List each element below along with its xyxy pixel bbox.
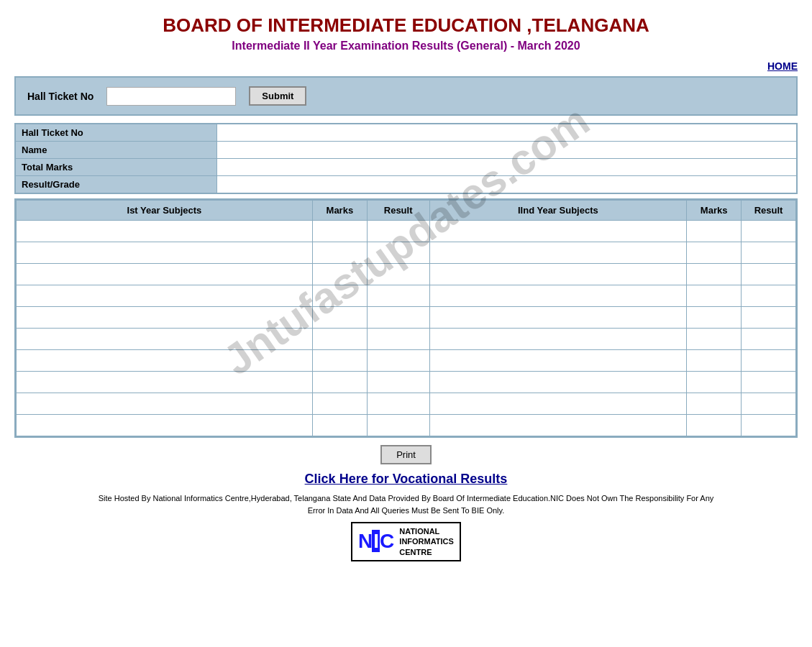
info-row-totalmarks: Total Marks [15,159,797,176]
print-section: Print [14,445,798,464]
result2-cell [742,264,796,285]
result2-cell [742,329,796,350]
table-row [17,350,796,372]
marks2-cell [687,350,742,372]
footer: Site Hosted By National Informatics Cent… [14,492,798,516]
subject1-cell [17,242,313,264]
subject2-cell [429,264,687,285]
hall-ticket-input[interactable] [106,87,236,106]
page-header: BOARD OF INTERMEDIATE EDUCATION ,TELANGA… [14,7,798,56]
subject2-cell [429,221,687,242]
marks2-cell [687,221,742,242]
board-title: BOARD OF INTERMEDIATE EDUCATION ,TELANGA… [14,14,798,37]
subject1-cell [17,307,313,329]
vocational-link[interactable]: Click Here for Vocational Results [305,472,508,486]
info-value-result [216,176,797,194]
result2-cell [742,350,796,372]
subject2-cell [429,242,687,264]
table-row [17,372,796,393]
subject1-cell [17,393,313,415]
marks1-cell [312,393,367,415]
submit-button[interactable]: Submit [249,86,306,106]
print-button[interactable]: Print [380,445,432,464]
marks2-cell [687,285,742,307]
col-header-iind-subjects: IInd Year Subjects [429,201,687,221]
nic-name: NATIONALINFORMATICSCENTRE [399,526,454,557]
results-table: Ist Year Subjects Marks Result IInd Year… [16,200,796,436]
subject1-cell [17,415,313,436]
subject2-cell [429,415,687,436]
result1-cell [367,350,429,372]
table-row [17,221,796,242]
subject2-cell [429,393,687,415]
subject1-cell [17,372,313,393]
vocational-link-container: Click Here for Vocational Results [14,472,798,487]
table-row [17,393,796,415]
footer-line1: Site Hosted By National Informatics Cent… [14,492,798,505]
table-row [17,307,796,329]
result1-cell [367,329,429,350]
result2-cell [742,393,796,415]
marks1-cell [312,415,367,436]
result1-cell [367,307,429,329]
subject2-cell [429,285,687,307]
subject1-cell [17,285,313,307]
table-row [17,285,796,307]
subject2-cell [429,329,687,350]
subject2-cell [429,307,687,329]
table-row [17,329,796,350]
home-link-container: HOME [14,60,798,72]
results-outer-table: Ist Year Subjects Marks Result IInd Year… [14,198,798,438]
result2-cell [742,307,796,329]
table-row [17,415,796,436]
col-header-ist-subjects: Ist Year Subjects [17,201,313,221]
result1-cell [367,393,429,415]
info-value-totalmarks [216,159,797,176]
marks1-cell [312,285,367,307]
table-row [17,264,796,285]
marks1-cell [312,264,367,285]
info-row-name: Name [15,142,797,159]
marks1-cell [312,372,367,393]
result1-cell [367,242,429,264]
col-header-result2: Result [742,201,796,221]
subject1-cell [17,221,313,242]
home-link[interactable]: HOME [767,60,798,72]
result1-cell [367,415,429,436]
marks1-cell [312,242,367,264]
col-header-marks1: Marks [312,201,367,221]
result1-cell [367,221,429,242]
result2-cell [742,285,796,307]
info-label-totalmarks: Total Marks [15,159,216,176]
result2-cell [742,415,796,436]
result2-cell [742,242,796,264]
info-row-hallticket: Hall Ticket No [15,124,797,142]
student-info-table: Hall Ticket No Name Total Marks Result/G… [14,123,798,194]
result1-cell [367,264,429,285]
subject1-cell [17,350,313,372]
results-header-row: Ist Year Subjects Marks Result IInd Year… [17,201,796,221]
subject2-cell [429,350,687,372]
marks1-cell [312,307,367,329]
result1-cell [367,372,429,393]
exam-subtitle: Intermediate II Year Examination Results… [14,40,798,52]
col-header-result1: Result [367,201,429,221]
hall-ticket-form-label: Hall Ticket No [27,91,93,102]
info-row-result: Result/Grade [15,176,797,194]
marks2-cell [687,242,742,264]
nic-letters: NIC [358,530,393,553]
marks2-cell [687,264,742,285]
marks2-cell [687,393,742,415]
nic-logo: NIC NATIONALINFORMATICSCENTRE [14,522,798,561]
result1-cell [367,285,429,307]
result2-cell [742,221,796,242]
marks2-cell [687,372,742,393]
marks1-cell [312,329,367,350]
subject1-cell [17,329,313,350]
table-row [17,242,796,264]
info-label-result: Result/Grade [15,176,216,194]
subject2-cell [429,372,687,393]
marks2-cell [687,307,742,329]
marks1-cell [312,221,367,242]
info-value-name [216,142,797,159]
